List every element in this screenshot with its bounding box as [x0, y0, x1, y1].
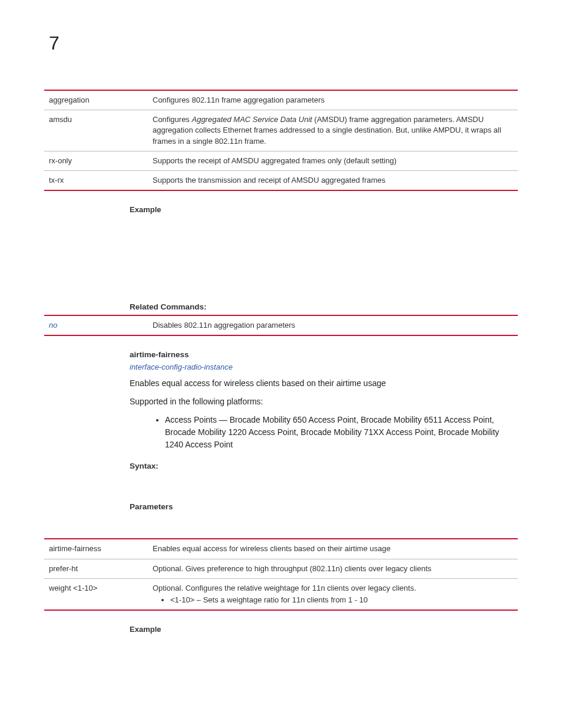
- param-term: rx-only: [44, 151, 150, 170]
- param-term: aggregation: [44, 90, 150, 110]
- list-item: Access Points — Brocade Mobility 650 Acc…: [165, 414, 518, 451]
- param-desc: Configures Aggregated MAC Service Data U…: [150, 110, 518, 151]
- table-row: airtime-fairness Enables equal access fo…: [44, 539, 518, 559]
- desc-text: Configures: [153, 115, 191, 124]
- platforms-list: Access Points — Brocade Mobility 650 Acc…: [165, 414, 518, 451]
- param-desc: Enables equal access for wireless client…: [150, 539, 518, 559]
- list-item: <1-10> – Sets a weightage ratio for 11n …: [170, 595, 515, 605]
- param-desc: Optional. Configures the relative weight…: [150, 578, 518, 610]
- param-desc: Disables 802.11n aggregation parameters: [150, 315, 518, 335]
- syntax-heading: Syntax:: [130, 462, 518, 470]
- table-row: amsdu Configures Aggregated MAC Service …: [44, 110, 518, 151]
- desc-text: Optional. Configures the relative weight…: [153, 584, 416, 592]
- table-row: rx-only Supports the receipt of AMSDU ag…: [44, 151, 518, 170]
- param-term: no: [44, 315, 150, 335]
- param-term: weight <1-10>: [44, 578, 150, 610]
- supported-platforms-label: Supported in the following platforms:: [130, 396, 518, 408]
- parameter-table-2: airtime-fairness Enables equal access fo…: [44, 538, 518, 611]
- command-heading: airtime-fairness: [130, 350, 518, 359]
- table-row: tx-rx Supports the transmission and rece…: [44, 170, 518, 190]
- page-number: 7: [49, 32, 518, 54]
- parameter-table-1: aggregation Configures 802.11n frame agg…: [44, 90, 518, 191]
- table-row: prefer-ht Optional. Gives preference to …: [44, 559, 518, 578]
- related-commands-table: no Disables 802.11n aggregation paramete…: [44, 315, 518, 336]
- param-desc: Supports the transmission and receipt of…: [150, 170, 518, 190]
- param-desc: Supports the receipt of AMSDU aggregated…: [150, 151, 518, 170]
- context-link[interactable]: interface-config-radio-instance: [130, 363, 518, 371]
- command-link[interactable]: no: [49, 321, 57, 330]
- param-term: prefer-ht: [44, 559, 150, 578]
- table-row: aggregation Configures 802.11n frame agg…: [44, 90, 518, 110]
- example-heading: Example: [130, 625, 518, 634]
- param-term: tx-rx: [44, 170, 150, 190]
- related-commands-heading: Related Commands:: [130, 302, 518, 311]
- parameters-heading: Parameters: [130, 502, 518, 511]
- table-row: weight <1-10> Optional. Configures the r…: [44, 578, 518, 610]
- param-term: airtime-fairness: [44, 539, 150, 559]
- example-heading: Example: [130, 205, 518, 214]
- param-desc: Optional. Gives preference to high throu…: [150, 559, 518, 578]
- param-term: amsdu: [44, 110, 150, 151]
- desc-italic: Aggregated MAC Service Data Unit: [191, 115, 312, 124]
- sub-list: <1-10> – Sets a weightage ratio for 11n …: [170, 595, 515, 605]
- param-desc: Configures 802.11n frame aggregation par…: [150, 90, 518, 110]
- command-description: Enables equal access for wireless client…: [130, 377, 518, 390]
- table-row: no Disables 802.11n aggregation paramete…: [44, 315, 518, 335]
